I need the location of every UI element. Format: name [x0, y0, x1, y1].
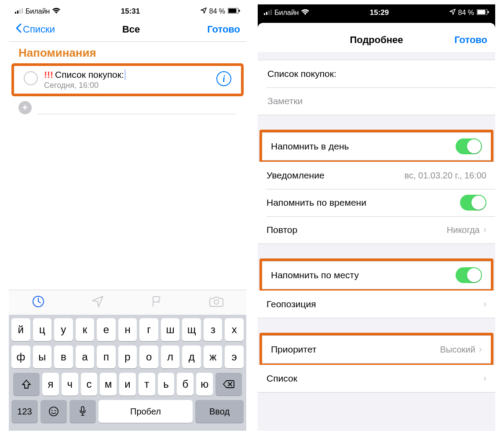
- reminder-item[interactable]: !!! Список покупок: Сегодня, 16:00 i: [14, 66, 241, 94]
- row-label: Напомнить в день: [271, 141, 349, 152]
- svg-rect-13: [81, 407, 84, 412]
- notes-field-row[interactable]: [258, 87, 495, 115]
- schedule-clock-button[interactable]: [32, 295, 45, 310]
- letter-key[interactable]: ч: [62, 373, 78, 396]
- letter-key[interactable]: и: [119, 373, 136, 396]
- sheet-title: Подробнее: [350, 34, 403, 46]
- sheet-nav-bar: Подробнее Готово: [258, 28, 495, 52]
- location-button[interactable]: [91, 295, 104, 310]
- sheet-top: [258, 20, 495, 28]
- done-button[interactable]: Готово: [454, 34, 487, 46]
- letter-key[interactable]: ы: [33, 345, 52, 368]
- dictation-key[interactable]: [69, 400, 96, 423]
- svg-rect-17: [270, 10, 272, 15]
- letter-key[interactable]: г: [139, 318, 158, 341]
- chevron-right-icon: ›: [483, 298, 486, 310]
- add-reminder-row[interactable]: +: [9, 96, 246, 119]
- shift-key[interactable]: [13, 373, 40, 396]
- chevron-left-icon: [15, 23, 22, 36]
- list-row[interactable]: Список ›: [258, 365, 495, 392]
- space-key[interactable]: Пробел: [99, 400, 193, 423]
- info-icon: i: [223, 74, 225, 84]
- status-bar: Билайн 15:31 84 %: [9, 4, 246, 18]
- letter-key[interactable]: д: [182, 345, 201, 368]
- done-button[interactable]: Готово: [207, 24, 240, 35]
- back-button[interactable]: Списки: [15, 23, 55, 36]
- keyboard-accessory-toolbar: [9, 290, 246, 315]
- letter-key[interactable]: т: [139, 373, 155, 396]
- letter-key[interactable]: ь: [158, 373, 175, 396]
- phone-reminder-details: Билайн 15:29 84 % Подробнее Готово: [258, 4, 495, 431]
- keyboard-row-2: фывапролджэ: [11, 345, 244, 368]
- priority-row[interactable]: Приоритет Высокий ›: [262, 336, 491, 363]
- letter-key[interactable]: ю: [196, 373, 213, 396]
- svg-rect-16: [268, 11, 270, 15]
- location-icon: [201, 7, 207, 15]
- letter-key[interactable]: й: [11, 318, 30, 341]
- letter-key[interactable]: я: [42, 373, 59, 396]
- signal-icon: [264, 9, 272, 17]
- letter-key[interactable]: л: [161, 345, 180, 368]
- letter-key[interactable]: щ: [182, 318, 201, 341]
- letter-key[interactable]: а: [76, 345, 95, 368]
- row-label: Список: [267, 373, 297, 384]
- location-row[interactable]: Геопозиция ›: [258, 291, 495, 318]
- letter-key[interactable]: х: [225, 318, 244, 341]
- notes-input[interactable]: [267, 95, 486, 107]
- signal-icon: [15, 7, 23, 15]
- svg-point-9: [214, 300, 219, 304]
- remind-at-location-toggle[interactable]: [456, 267, 482, 283]
- svg-rect-14: [264, 13, 265, 15]
- letter-key[interactable]: ц: [33, 318, 52, 341]
- letter-key[interactable]: э: [225, 345, 244, 368]
- letter-key[interactable]: к: [76, 318, 95, 341]
- nav-bar: Списки Все Готово: [9, 18, 246, 42]
- svg-point-10: [49, 407, 58, 416]
- letter-key[interactable]: з: [204, 318, 223, 341]
- keyboard-row-3: ячсмитьбю: [11, 373, 244, 396]
- flag-button[interactable]: [150, 295, 163, 310]
- battery-icon: [477, 9, 489, 17]
- letter-key[interactable]: в: [54, 345, 73, 368]
- letter-key[interactable]: о: [139, 345, 158, 368]
- letter-key[interactable]: с: [81, 373, 98, 396]
- repeat-value: Никогда: [447, 225, 480, 235]
- title-notes-group: [258, 60, 495, 115]
- svg-rect-5: [229, 9, 237, 13]
- letter-key[interactable]: ж: [204, 345, 223, 368]
- battery-icon: [228, 7, 240, 15]
- battery-text: 84 %: [209, 7, 225, 15]
- letter-key[interactable]: е: [97, 318, 116, 341]
- back-label: Списки: [23, 24, 55, 35]
- camera-button[interactable]: [209, 296, 223, 309]
- numbers-key[interactable]: 123: [11, 400, 38, 423]
- emoji-key[interactable]: [40, 400, 67, 423]
- info-button[interactable]: i: [216, 71, 231, 86]
- letter-key[interactable]: ш: [161, 318, 180, 341]
- svg-rect-1: [17, 11, 18, 14]
- reminder-title-input[interactable]: Список покупок:: [55, 69, 124, 80]
- letter-key[interactable]: н: [118, 318, 137, 341]
- reminder-subtitle: Сегодня, 16:00: [44, 81, 210, 90]
- keyboard-row-1: йцукенгшщзх: [11, 318, 244, 341]
- highlight-remind-location: Напомнить по месту: [259, 258, 493, 292]
- row-label: Приоритет: [271, 344, 317, 355]
- remind-on-day-toggle[interactable]: [456, 138, 482, 154]
- svg-rect-6: [239, 10, 240, 12]
- letter-key[interactable]: м: [100, 373, 117, 396]
- title-field-row[interactable]: [258, 60, 495, 87]
- title-input[interactable]: [267, 68, 486, 80]
- backspace-key[interactable]: [215, 373, 242, 396]
- page-title: Все: [122, 24, 140, 35]
- letter-key[interactable]: р: [118, 345, 137, 368]
- return-key[interactable]: Ввод: [195, 400, 244, 423]
- complete-toggle-circle[interactable]: [24, 71, 38, 85]
- row-label: Напомнить по времени: [267, 197, 366, 208]
- letter-key[interactable]: п: [97, 345, 116, 368]
- alert-row[interactable]: Уведомление вс, 01.03.20 г., 16:00: [258, 162, 495, 189]
- remind-at-time-toggle[interactable]: [460, 195, 486, 211]
- repeat-row[interactable]: Повтор Никогда ›: [258, 216, 495, 244]
- letter-key[interactable]: у: [54, 318, 73, 341]
- letter-key[interactable]: ф: [11, 345, 30, 368]
- letter-key[interactable]: б: [177, 373, 194, 396]
